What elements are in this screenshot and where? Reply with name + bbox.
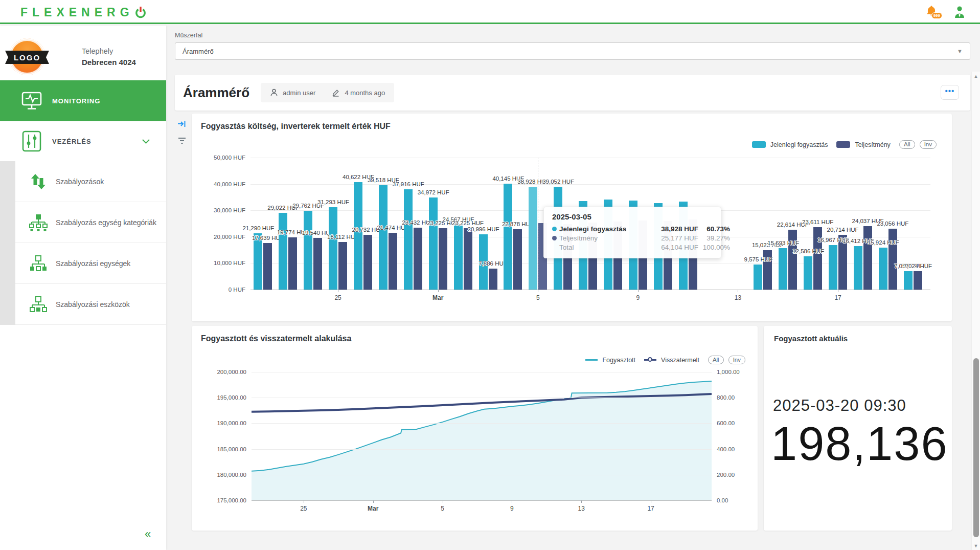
bar-teljesitmeny[interactable] [338,242,347,290]
user-icon[interactable] [953,6,966,19]
bar-fogyasztas[interactable] [404,189,413,290]
author-name: admin user [283,89,315,97]
bar-teljesitmeny[interactable] [888,229,897,290]
page-scrollbar[interactable]: ▲ ▼ [971,72,980,550]
line-chart-plot[interactable] [252,372,712,500]
scrollbar-down-arrow[interactable]: ▼ [972,543,980,548]
tooltip-row: Jelenlegi fogyasztás 38,928 HUF 60.73% [552,225,713,234]
bar-teljesitmeny[interactable] [439,228,447,290]
filter-pill-inv[interactable]: Inv [920,140,937,149]
x-axis-label: 17 [834,294,841,301]
bar-teljesitmeny[interactable] [414,228,422,290]
bar-fogyasztas[interactable] [754,265,762,290]
bar-fogyasztas[interactable] [304,211,312,290]
bar-fogyasztas[interactable] [429,197,438,290]
bar-teljesitmeny[interactable] [389,233,397,290]
sidebar-item-label: MONITORING [52,97,100,105]
scrollbar-up-arrow[interactable]: ▲ [972,74,980,79]
bar-fogyasztas[interactable] [854,246,862,290]
left-axis-label: 195,000.00 [195,394,246,401]
sidebar-item-eszkozok[interactable]: Szabályozási eszközök [15,284,166,325]
y-axis-label: 50,000 HUF [194,155,245,161]
series-dot [552,236,557,240]
bar-fogyasztas[interactable] [279,213,287,290]
legend-line-fogyasztott[interactable] [585,359,598,361]
bar-teljesitmeny[interactable] [863,226,872,290]
legend-label[interactable]: Visszatermelt [661,357,699,364]
bar-fogyasztas[interactable] [379,185,388,290]
left-axis-label: 175,000.00 [195,497,246,503]
bar-fogyasztas[interactable] [329,207,337,290]
bar-teljesitmeny[interactable] [363,235,372,290]
bar-teljesitmeny[interactable] [263,243,272,290]
bar-chart-card: Fogyasztás költség, inverterek termelt é… [192,114,952,321]
bar-value-label: 37,916 HUF [393,181,424,187]
notifications-button[interactable]: 999 [925,5,940,20]
right-axis-label: 1,000.00 [717,369,768,375]
sidebar-item-szabalyozasok[interactable]: Szabályozások [15,161,166,202]
filter-pill-all[interactable]: All [708,356,724,364]
bar-teljesitmeny[interactable] [313,238,322,290]
chevron-down-icon[interactable] [142,137,150,146]
bar-value-label: 23,611 HUF [802,219,833,225]
x-tick-mark [538,290,538,292]
legend-line-visszatermelt[interactable] [644,359,656,361]
bar-teljesitmeny[interactable] [914,271,922,290]
bar-value-label: 9,575 HUF [744,256,773,262]
current-value-card: Fogyasztott aktuális 2025-03-20 09:30 19… [764,326,952,531]
filter-icon[interactable] [178,137,186,146]
bar-fogyasztas[interactable] [879,248,887,290]
x-axis-label: 25 [300,505,307,512]
bar-fogyasztas[interactable] [779,248,787,290]
bar-fogyasztas[interactable] [804,256,812,290]
topbar: FLEXENERG 999 [0,0,980,24]
legend-label[interactable]: Teljesítmény [855,141,890,148]
dashboard-select[interactable]: Árammérő ▼ [175,42,970,60]
gridline [252,372,712,372]
sidebar-item-vezerles[interactable]: VEZÉRLÉS [0,121,166,161]
line-chart-legend: Fogyasztott Visszatermelt All Inv [585,356,745,364]
dashboard-select-value: Árammérő [183,48,214,55]
org-chart-icon [28,254,49,273]
y-axis-label: 30,000 HUF [194,207,245,213]
sidebar-collapse-button[interactable]: « [145,527,151,541]
bar-teljesitmeny[interactable] [788,230,797,290]
bar-teljesitmeny[interactable] [489,269,497,290]
legend-label[interactable]: Fogyasztott [602,357,635,364]
sidebar-item-kategoriak[interactable]: Szabályozás egység kategóriák [15,202,166,243]
logo-ribbon: LOGO [5,51,49,64]
left-axis-label: 190,000.00 [195,420,246,426]
bar-value-label: 39,052 HUF [542,179,574,185]
bar-fogyasztas[interactable] [504,184,512,290]
sidebar-item-egysegek[interactable]: Szabályozási egységek [15,243,166,284]
area-fill-fogyasztott [252,381,712,500]
bar-teljesitmeny[interactable] [464,228,472,290]
right-axis-label: 800.00 [717,394,768,401]
legend-label[interactable]: Jelenlegi fogyasztás [770,141,828,148]
bar-fogyasztas[interactable] [904,271,913,290]
sidebar-item-monitoring[interactable]: MONITORING [0,80,166,121]
x-tick-mark [651,500,651,503]
bar-fogyasztas[interactable] [454,225,463,290]
x-tick-mark [338,290,338,292]
bar-fogyasztas[interactable] [829,245,837,290]
legend-swatch-teljesitmeny[interactable] [836,141,850,148]
site-name: Debrecen 4024 [82,57,136,68]
bar-fogyasztas[interactable] [254,233,262,290]
bar-teljesitmeny[interactable] [288,237,297,290]
bar-teljesitmeny[interactable] [513,229,522,290]
x-axis-label: Mar [368,505,378,512]
filter-pill-inv[interactable]: Inv [728,356,745,364]
more-options-button[interactable]: ••• [941,85,959,100]
x-axis-label: 17 [647,505,654,512]
bar-value-label: 20,996 HUF [467,226,499,232]
collapse-panel-icon[interactable] [177,120,187,130]
bar-value-label: 7,024 HUF [903,263,932,269]
legend-swatch-fogyasztas[interactable] [752,141,766,148]
scrollbar-thumb[interactable] [973,358,979,537]
bar-fogyasztas[interactable] [529,187,537,290]
bar-fogyasztas[interactable] [354,182,362,290]
bar-value-label: 31,293 HUF [317,199,349,205]
filter-pill-all[interactable]: All [899,140,915,149]
power-icon [135,7,146,19]
